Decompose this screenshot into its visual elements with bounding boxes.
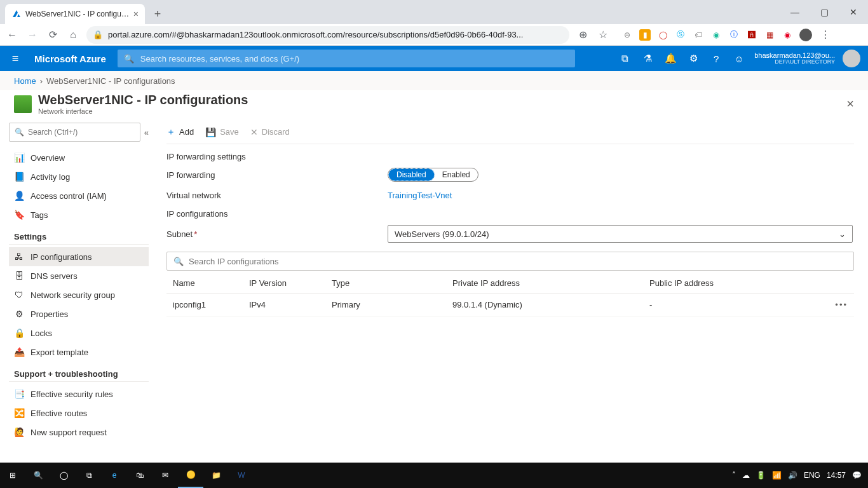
battery-icon[interactable]: 🔋 bbox=[756, 471, 766, 480]
command-bar: ＋Add 💾Save ✕Discard bbox=[166, 120, 854, 144]
blade-content: ＋Add 💾Save ✕Discard IP forwarding settin… bbox=[155, 120, 868, 463]
notifications-icon[interactable]: 🔔 bbox=[659, 53, 682, 64]
zoom-icon[interactable]: ⊕ bbox=[576, 28, 590, 42]
sidebar-item-label: DNS servers bbox=[31, 271, 78, 281]
word-icon[interactable]: W bbox=[229, 463, 254, 488]
chevron-down-icon: ⌄ bbox=[839, 229, 846, 239]
forward-button[interactable]: → bbox=[25, 28, 39, 42]
cell-ipver: IPv4 bbox=[243, 294, 325, 316]
ext-icon-4[interactable]: Ⓢ bbox=[675, 29, 686, 41]
reload-button[interactable]: ⟳ bbox=[46, 28, 60, 42]
ext-icon-3[interactable]: ◯ bbox=[657, 29, 668, 41]
action-center-icon[interactable]: 💬 bbox=[852, 471, 862, 480]
azure-search-box[interactable]: 🔍 bbox=[118, 50, 575, 67]
subnet-dropdown[interactable]: WebServers (99.0.1.0/24) ⌄ bbox=[388, 225, 853, 243]
sidebar-item-ip-configurations[interactable]: 🖧IP configurations bbox=[9, 247, 149, 266]
sidebar-item-dns-servers[interactable]: 🗄DNS servers bbox=[9, 266, 149, 285]
sidebar-item-properties[interactable]: ⚙Properties bbox=[9, 304, 149, 323]
row-context-menu[interactable]: ••• bbox=[829, 294, 854, 316]
sidebar-item-export-template[interactable]: 📤Export template bbox=[9, 342, 149, 362]
ext-icon-7[interactable]: ⓘ bbox=[728, 29, 740, 41]
explorer-icon[interactable]: 📁 bbox=[203, 463, 229, 488]
ext-icon-6[interactable]: ◉ bbox=[710, 29, 722, 41]
address-bar[interactable]: 🔒 portal.azure.com/#@bhaskarmadan123outl… bbox=[86, 26, 569, 44]
toggle-disabled-option[interactable]: Disabled bbox=[388, 168, 435, 181]
col-ipver[interactable]: IP Version bbox=[243, 273, 325, 294]
tab-close-icon[interactable]: × bbox=[133, 9, 139, 19]
home-button[interactable]: ⌂ bbox=[66, 28, 80, 42]
sidebar-item-effective-security-rules[interactable]: 📑Effective security rules bbox=[9, 384, 149, 403]
sidebar-item-label: Effective security rules bbox=[31, 390, 113, 399]
cortana-icon[interactable]: ◯ bbox=[51, 463, 76, 488]
add-button[interactable]: ＋Add bbox=[166, 126, 194, 138]
sidebar-item-tags[interactable]: 🔖Tags bbox=[9, 205, 149, 224]
azure-brand[interactable]: Microsoft Azure bbox=[31, 53, 118, 64]
ip-forwarding-toggle[interactable]: Disabled Enabled bbox=[388, 168, 478, 182]
avatar[interactable] bbox=[843, 50, 860, 67]
maximize-button[interactable]: ▢ bbox=[810, 0, 839, 24]
ext-icon-2[interactable]: ▮ bbox=[639, 29, 651, 41]
close-window-button[interactable]: ✕ bbox=[839, 0, 868, 24]
breadcrumb-separator: › bbox=[40, 76, 43, 86]
sidebar-item-new-support-request[interactable]: 🙋New support request bbox=[9, 423, 149, 442]
chrome-menu-icon[interactable]: ⋮ bbox=[818, 28, 832, 42]
ext-icon-5[interactable]: 🏷 bbox=[693, 29, 704, 41]
col-private[interactable]: Private IP address bbox=[446, 273, 643, 294]
tray-chevron-icon[interactable]: ˄ bbox=[732, 471, 736, 480]
sidebar-item-overview[interactable]: 📊Overview bbox=[9, 148, 149, 167]
minimize-button[interactable]: — bbox=[780, 0, 810, 24]
directory-filter-icon[interactable]: ⚗ bbox=[636, 53, 659, 64]
azure-search-input[interactable] bbox=[140, 54, 569, 64]
chrome-taskbar-icon[interactable]: 🟡 bbox=[178, 463, 203, 488]
clock[interactable]: 14:57 bbox=[827, 471, 846, 480]
feedback-icon[interactable]: ☺ bbox=[728, 53, 750, 64]
sidebar-collapse-button[interactable]: « bbox=[144, 128, 149, 137]
ext-icon-10[interactable]: ◉ bbox=[782, 29, 793, 41]
new-tab-button[interactable]: + bbox=[149, 5, 166, 23]
ipconfig-filter-input[interactable] bbox=[189, 257, 847, 266]
edge-icon[interactable]: e bbox=[102, 463, 127, 488]
ext-icon-9[interactable]: ▦ bbox=[764, 29, 775, 41]
mail-icon[interactable]: ✉ bbox=[153, 463, 178, 488]
virtual-network-link[interactable]: TrainingTest-Vnet bbox=[388, 191, 452, 200]
ipconfig-filter[interactable]: 🔍 bbox=[166, 252, 854, 271]
sidebar-item-label: Locks bbox=[31, 329, 52, 338]
back-button[interactable]: ← bbox=[5, 28, 19, 42]
sidebar-search[interactable]: 🔍 bbox=[9, 123, 140, 142]
ext-icon-8[interactable]: 🅰 bbox=[746, 29, 757, 41]
start-button[interactable]: ⊞ bbox=[0, 463, 25, 488]
sidebar-item-effective-routes[interactable]: 🔀Effective routes bbox=[9, 403, 149, 423]
col-name[interactable]: Name bbox=[166, 273, 243, 294]
breadcrumb: Home › WebServer1NIC - IP configurations bbox=[0, 71, 868, 90]
col-type[interactable]: Type bbox=[325, 273, 446, 294]
onedrive-icon[interactable]: ☁ bbox=[742, 471, 750, 480]
volume-icon[interactable]: 🔊 bbox=[788, 471, 797, 480]
browser-tab[interactable]: WebServer1NIC - IP configuratio × bbox=[5, 4, 145, 24]
taskbar-search-icon[interactable]: 🔍 bbox=[25, 463, 51, 488]
col-public[interactable]: Public IP address bbox=[643, 273, 829, 294]
task-view-icon[interactable]: ⧉ bbox=[76, 463, 102, 488]
help-icon[interactable]: ? bbox=[705, 53, 728, 64]
breadcrumb-home[interactable]: Home bbox=[14, 76, 36, 86]
chrome-tab-strip: WebServer1NIC - IP configuratio × + — ▢ … bbox=[0, 0, 868, 24]
profile-avatar-icon[interactable] bbox=[799, 29, 812, 41]
star-icon[interactable]: ☆ bbox=[596, 28, 610, 42]
save-button: 💾Save bbox=[205, 127, 239, 137]
sidebar-search-input[interactable] bbox=[28, 128, 135, 137]
sidebar-item-network-security-group[interactable]: 🛡Network security group bbox=[9, 285, 149, 304]
sidebar-item-access-control-iam-[interactable]: 👤Access control (IAM) bbox=[9, 186, 149, 205]
ext-icon-1[interactable]: ⊖ bbox=[621, 29, 633, 41]
language-indicator[interactable]: ENG bbox=[804, 471, 820, 480]
blade-close-button[interactable]: × bbox=[846, 97, 854, 111]
toggle-enabled-option[interactable]: Enabled bbox=[435, 168, 478, 181]
store-icon[interactable]: 🛍 bbox=[127, 463, 153, 488]
page-subtitle: Network interface bbox=[38, 107, 248, 115]
sidebar-item-activity-log[interactable]: 📘Activity log bbox=[9, 167, 149, 186]
portal-menu-button[interactable]: ≡ bbox=[0, 52, 31, 65]
table-row[interactable]: ipconfig1IPv4Primary99.0.1.4 (Dynamic)-•… bbox=[166, 294, 854, 316]
account-info[interactable]: bhaskarmadan.123@ou... DEFAULT DIRECTORY bbox=[750, 51, 839, 65]
cloud-shell-icon[interactable]: ⧉ bbox=[613, 53, 636, 64]
wifi-icon[interactable]: 📶 bbox=[772, 471, 782, 480]
sidebar-item-locks[interactable]: 🔒Locks bbox=[9, 323, 149, 342]
settings-icon[interactable]: ⚙ bbox=[682, 53, 705, 64]
